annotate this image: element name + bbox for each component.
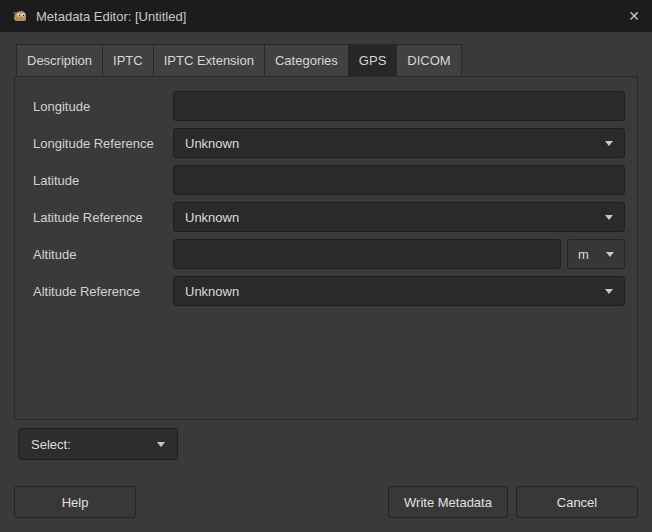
latitude-label: Latitude: [27, 173, 173, 188]
longitude-row: Longitude: [27, 91, 625, 121]
latitude-input[interactable]: [173, 165, 625, 195]
select-dropdown-label: Select:: [31, 437, 71, 452]
longitude-label: Longitude: [27, 99, 173, 114]
latitude-reference-dropdown[interactable]: Unknown: [173, 202, 625, 232]
latitude-row: Latitude: [27, 165, 625, 195]
tab-description[interactable]: Description: [16, 44, 103, 76]
window-title: Metadata Editor: [Untitled]: [36, 9, 606, 24]
gimp-wilber-icon: [12, 8, 28, 24]
chevron-down-icon: [605, 215, 613, 220]
tab-dicom[interactable]: DICOM: [396, 44, 461, 76]
chevron-down-icon: [605, 289, 613, 294]
tab-iptc[interactable]: IPTC: [102, 44, 154, 76]
close-icon[interactable]: ✕: [614, 0, 640, 32]
latitude-reference-row: Latitude Reference Unknown: [27, 202, 625, 232]
action-bar-right: Write Metadata Cancel: [388, 486, 638, 518]
tab-iptc-extension[interactable]: IPTC Extension: [153, 44, 265, 76]
longitude-reference-value: Unknown: [185, 136, 239, 151]
chevron-down-icon: [157, 442, 165, 447]
notebook: Description IPTC IPTC Extension Categori…: [14, 44, 638, 420]
longitude-input[interactable]: [173, 91, 625, 121]
altitude-unit-value: m: [578, 247, 589, 262]
tab-strip: Description IPTC IPTC Extension Categori…: [14, 44, 638, 76]
longitude-reference-row: Longitude Reference Unknown: [27, 128, 625, 158]
longitude-reference-dropdown[interactable]: Unknown: [173, 128, 625, 158]
select-dropdown[interactable]: Select:: [18, 428, 178, 460]
cancel-button[interactable]: Cancel: [516, 486, 638, 518]
chevron-down-icon: [606, 252, 614, 257]
tab-gps[interactable]: GPS: [348, 44, 397, 76]
altitude-unit-dropdown[interactable]: m: [567, 239, 625, 269]
latitude-reference-value: Unknown: [185, 210, 239, 225]
gps-tab-panel: Longitude Longitude Reference Unknown La…: [14, 76, 638, 420]
write-metadata-button[interactable]: Write Metadata: [388, 486, 508, 518]
altitude-reference-dropdown[interactable]: Unknown: [173, 276, 625, 306]
latitude-reference-label: Latitude Reference: [27, 210, 173, 225]
altitude-reference-row: Altitude Reference Unknown: [27, 276, 625, 306]
longitude-reference-label: Longitude Reference: [27, 136, 173, 151]
chevron-down-icon: [605, 141, 613, 146]
help-button[interactable]: Help: [14, 486, 136, 518]
action-bar: Help Write Metadata Cancel: [14, 486, 638, 518]
altitude-label: Altitude: [27, 247, 173, 262]
metadata-editor-window: Metadata Editor: [Untitled] ✕ Descriptio…: [0, 0, 652, 532]
altitude-input[interactable]: [173, 239, 561, 269]
tab-categories[interactable]: Categories: [264, 44, 349, 76]
altitude-reference-label: Altitude Reference: [27, 284, 173, 299]
titlebar: Metadata Editor: [Untitled] ✕: [0, 0, 652, 32]
select-row: Select:: [18, 428, 638, 460]
altitude-reference-value: Unknown: [185, 284, 239, 299]
altitude-row: Altitude m: [27, 239, 625, 269]
